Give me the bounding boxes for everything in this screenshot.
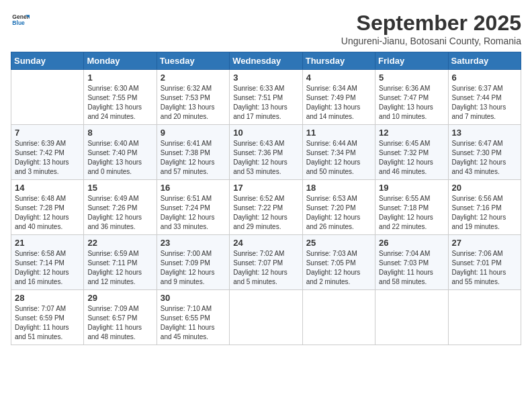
day-info: Sunrise: 6:33 AMSunset: 7:51 PMDaylight:… bbox=[233, 84, 298, 122]
calendar-week-row: 14 Sunrise: 6:48 AMSunset: 7:28 PMDaylig… bbox=[11, 180, 521, 235]
svg-text:General: General bbox=[12, 13, 30, 20]
calendar-day-cell: 8 Sunrise: 6:40 AMSunset: 7:40 PMDayligh… bbox=[84, 125, 157, 180]
calendar-day-cell: 5 Sunrise: 6:36 AMSunset: 7:47 PMDayligh… bbox=[375, 70, 448, 125]
title-block: September 2025 Ungureni-Jianu, Botosani … bbox=[341, 11, 521, 46]
day-info: Sunrise: 6:34 AMSunset: 7:49 PMDaylight:… bbox=[306, 84, 371, 122]
calendar-day-cell: 18 Sunrise: 6:53 AMSunset: 7:20 PMDaylig… bbox=[302, 180, 375, 235]
day-number: 28 bbox=[15, 293, 80, 303]
day-number: 16 bbox=[161, 183, 226, 193]
calendar-day-cell: 22 Sunrise: 6:59 AMSunset: 7:11 PMDaylig… bbox=[84, 235, 157, 290]
calendar-day-cell: 1 Sunrise: 6:30 AMSunset: 7:55 PMDayligh… bbox=[84, 70, 157, 125]
day-header-saturday: Saturday bbox=[448, 52, 521, 70]
day-number: 30 bbox=[161, 293, 226, 303]
day-number: 12 bbox=[379, 128, 444, 138]
day-info: Sunrise: 7:10 AMSunset: 6:55 PMDaylight:… bbox=[161, 304, 226, 342]
calendar-week-row: 7 Sunrise: 6:39 AMSunset: 7:42 PMDayligh… bbox=[11, 125, 521, 180]
calendar-day-cell: 19 Sunrise: 6:55 AMSunset: 7:18 PMDaylig… bbox=[375, 180, 448, 235]
day-info: Sunrise: 6:39 AMSunset: 7:42 PMDaylight:… bbox=[15, 139, 80, 177]
day-number: 6 bbox=[452, 73, 517, 83]
day-info: Sunrise: 6:59 AMSunset: 7:11 PMDaylight:… bbox=[87, 249, 152, 287]
calendar-day-cell: 6 Sunrise: 6:37 AMSunset: 7:44 PMDayligh… bbox=[448, 70, 521, 125]
day-number: 7 bbox=[15, 128, 80, 138]
day-number: 17 bbox=[233, 183, 298, 193]
day-info: Sunrise: 6:58 AMSunset: 7:14 PMDaylight:… bbox=[15, 249, 80, 287]
day-info: Sunrise: 6:56 AMSunset: 7:16 PMDaylight:… bbox=[452, 194, 517, 232]
day-number: 19 bbox=[379, 183, 444, 193]
day-info: Sunrise: 6:44 AMSunset: 7:34 PMDaylight:… bbox=[306, 139, 371, 177]
calendar-day-cell: 16 Sunrise: 6:51 AMSunset: 7:24 PMDaylig… bbox=[157, 180, 229, 235]
day-number: 1 bbox=[87, 73, 152, 83]
calendar-day-cell: 3 Sunrise: 6:33 AMSunset: 7:51 PMDayligh… bbox=[230, 70, 302, 125]
calendar-day-cell bbox=[11, 70, 84, 125]
day-header-monday: Monday bbox=[84, 52, 157, 70]
day-info: Sunrise: 7:00 AMSunset: 7:09 PMDaylight:… bbox=[161, 249, 226, 287]
day-info: Sunrise: 6:40 AMSunset: 7:40 PMDaylight:… bbox=[87, 139, 152, 177]
calendar-day-cell: 30 Sunrise: 7:10 AMSunset: 6:55 PMDaylig… bbox=[157, 290, 229, 345]
day-info: Sunrise: 6:49 AMSunset: 7:26 PMDaylight:… bbox=[87, 194, 152, 232]
day-info: Sunrise: 6:43 AMSunset: 7:36 PMDaylight:… bbox=[233, 139, 298, 177]
day-number: 4 bbox=[306, 73, 371, 83]
calendar-day-cell: 14 Sunrise: 6:48 AMSunset: 7:28 PMDaylig… bbox=[11, 180, 84, 235]
day-info: Sunrise: 7:09 AMSunset: 6:57 PMDaylight:… bbox=[87, 304, 152, 342]
calendar-day-cell: 25 Sunrise: 7:03 AMSunset: 7:05 PMDaylig… bbox=[302, 235, 375, 290]
day-info: Sunrise: 7:06 AMSunset: 7:01 PMDaylight:… bbox=[452, 249, 517, 287]
svg-text:Blue: Blue bbox=[12, 19, 25, 26]
calendar-day-cell: 10 Sunrise: 6:43 AMSunset: 7:36 PMDaylig… bbox=[230, 125, 302, 180]
calendar-day-cell bbox=[375, 290, 448, 345]
day-info: Sunrise: 6:55 AMSunset: 7:18 PMDaylight:… bbox=[379, 194, 444, 232]
location-subtitle: Ungureni-Jianu, Botosani County, Romania bbox=[341, 36, 521, 46]
calendar-day-cell: 15 Sunrise: 6:49 AMSunset: 7:26 PMDaylig… bbox=[84, 180, 157, 235]
calendar-day-cell: 9 Sunrise: 6:41 AMSunset: 7:38 PMDayligh… bbox=[157, 125, 229, 180]
day-info: Sunrise: 6:53 AMSunset: 7:20 PMDaylight:… bbox=[306, 194, 371, 232]
calendar-day-cell: 17 Sunrise: 6:52 AMSunset: 7:22 PMDaylig… bbox=[230, 180, 302, 235]
day-info: Sunrise: 7:04 AMSunset: 7:03 PMDaylight:… bbox=[379, 249, 444, 287]
day-number: 14 bbox=[15, 183, 80, 193]
day-number: 18 bbox=[306, 183, 371, 193]
day-number: 8 bbox=[87, 128, 152, 138]
day-header-sunday: Sunday bbox=[11, 52, 84, 70]
day-info: Sunrise: 6:47 AMSunset: 7:30 PMDaylight:… bbox=[452, 139, 517, 177]
calendar-day-cell: 7 Sunrise: 6:39 AMSunset: 7:42 PMDayligh… bbox=[11, 125, 84, 180]
calendar-day-cell: 29 Sunrise: 7:09 AMSunset: 6:57 PMDaylig… bbox=[84, 290, 157, 345]
day-info: Sunrise: 6:48 AMSunset: 7:28 PMDaylight:… bbox=[15, 194, 80, 232]
calendar-day-cell: 20 Sunrise: 6:56 AMSunset: 7:16 PMDaylig… bbox=[448, 180, 521, 235]
day-info: Sunrise: 7:02 AMSunset: 7:07 PMDaylight:… bbox=[233, 249, 298, 287]
calendar-day-cell: 2 Sunrise: 6:32 AMSunset: 7:53 PMDayligh… bbox=[157, 70, 229, 125]
calendar-table: SundayMondayTuesdayWednesdayThursdayFrid… bbox=[11, 52, 521, 345]
calendar-day-cell: 24 Sunrise: 7:02 AMSunset: 7:07 PMDaylig… bbox=[230, 235, 302, 290]
day-number: 2 bbox=[161, 73, 226, 83]
month-title: September 2025 bbox=[341, 11, 521, 36]
calendar-day-cell: 27 Sunrise: 7:06 AMSunset: 7:01 PMDaylig… bbox=[448, 235, 521, 290]
calendar-day-cell bbox=[302, 290, 375, 345]
day-info: Sunrise: 7:03 AMSunset: 7:05 PMDaylight:… bbox=[306, 249, 371, 287]
day-info: Sunrise: 6:45 AMSunset: 7:32 PMDaylight:… bbox=[379, 139, 444, 177]
day-number: 11 bbox=[306, 128, 371, 138]
calendar-week-row: 1 Sunrise: 6:30 AMSunset: 7:55 PMDayligh… bbox=[11, 70, 521, 125]
day-number: 21 bbox=[15, 238, 80, 248]
day-number: 9 bbox=[161, 128, 226, 138]
day-info: Sunrise: 6:52 AMSunset: 7:22 PMDaylight:… bbox=[233, 194, 298, 232]
day-info: Sunrise: 6:41 AMSunset: 7:38 PMDaylight:… bbox=[161, 139, 226, 177]
calendar-day-cell: 21 Sunrise: 6:58 AMSunset: 7:14 PMDaylig… bbox=[11, 235, 84, 290]
day-number: 13 bbox=[452, 128, 517, 138]
day-number: 24 bbox=[233, 238, 298, 248]
calendar-day-cell: 23 Sunrise: 7:00 AMSunset: 7:09 PMDaylig… bbox=[157, 235, 229, 290]
day-number: 20 bbox=[452, 183, 517, 193]
calendar-week-row: 21 Sunrise: 6:58 AMSunset: 7:14 PMDaylig… bbox=[11, 235, 521, 290]
day-info: Sunrise: 6:37 AMSunset: 7:44 PMDaylight:… bbox=[452, 84, 517, 122]
day-info: Sunrise: 7:07 AMSunset: 6:59 PMDaylight:… bbox=[15, 304, 80, 342]
calendar-day-cell: 11 Sunrise: 6:44 AMSunset: 7:34 PMDaylig… bbox=[302, 125, 375, 180]
logo-icon: General Blue bbox=[11, 11, 30, 30]
calendar-day-cell: 26 Sunrise: 7:04 AMSunset: 7:03 PMDaylig… bbox=[375, 235, 448, 290]
calendar-day-cell: 12 Sunrise: 6:45 AMSunset: 7:32 PMDaylig… bbox=[375, 125, 448, 180]
calendar-day-cell bbox=[448, 290, 521, 345]
calendar-header-row: SundayMondayTuesdayWednesdayThursdayFrid… bbox=[11, 52, 521, 70]
day-number: 10 bbox=[233, 128, 298, 138]
day-info: Sunrise: 6:51 AMSunset: 7:24 PMDaylight:… bbox=[161, 194, 226, 232]
calendar-day-cell: 4 Sunrise: 6:34 AMSunset: 7:49 PMDayligh… bbox=[302, 70, 375, 125]
day-number: 5 bbox=[379, 73, 444, 83]
day-number: 23 bbox=[161, 238, 226, 248]
day-header-friday: Friday bbox=[375, 52, 448, 70]
day-info: Sunrise: 6:30 AMSunset: 7:55 PMDaylight:… bbox=[87, 84, 152, 122]
day-number: 29 bbox=[87, 293, 152, 303]
